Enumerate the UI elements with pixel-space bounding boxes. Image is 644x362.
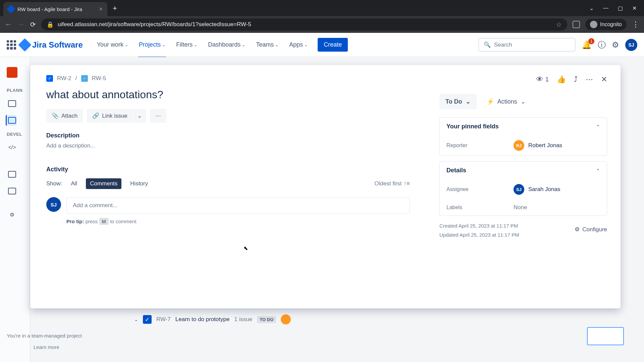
more-menu[interactable]: ⋯ bbox=[586, 75, 593, 84]
sidebar-pages[interactable] bbox=[7, 169, 17, 180]
learn-more-link[interactable]: Learn more bbox=[34, 344, 59, 350]
close-tab-icon[interactable]: × bbox=[99, 6, 103, 13]
help-icon[interactable]: ⓘ bbox=[598, 40, 606, 50]
browser-menu-icon[interactable]: ⋮ bbox=[632, 20, 639, 29]
labels-field[interactable]: Labels None bbox=[440, 199, 607, 216]
bookmark-star-icon[interactable]: ☆ bbox=[556, 20, 562, 28]
task-icon: ✓ bbox=[143, 315, 152, 324]
reporter-field[interactable]: Reporter RJ Robert Jonas bbox=[440, 135, 607, 156]
link-icon: 🔗 bbox=[92, 112, 99, 119]
comment-input[interactable]: Add a comment... bbox=[66, 197, 410, 214]
nav-apps[interactable]: Apps⌄ bbox=[286, 39, 311, 51]
chevron-down-icon: ⌄ bbox=[466, 98, 471, 105]
chevron-down-icon: ⌄ bbox=[521, 98, 526, 105]
notification-badge: 1 bbox=[588, 38, 594, 44]
close-icon: ✕ bbox=[601, 75, 607, 84]
assignee-field[interactable]: Assignee SJ Sarah Jonas bbox=[440, 179, 607, 199]
chevron-up-icon: ⌃ bbox=[596, 168, 600, 173]
maximize-icon[interactable]: ▢ bbox=[618, 5, 623, 11]
bg-epic-count: 1 issue bbox=[234, 316, 252, 323]
attach-button[interactable]: 📎Attach bbox=[46, 109, 83, 123]
configure-button[interactable]: ⚙Configure bbox=[575, 226, 607, 233]
parent-issue-link[interactable]: RW-2 bbox=[57, 75, 71, 82]
settings-icon[interactable]: ⚙ bbox=[612, 40, 619, 50]
issue-title[interactable]: what about annotations? bbox=[46, 88, 410, 101]
tab-history[interactable]: History bbox=[126, 178, 152, 189]
bg-epic-title[interactable]: Learn to do prototype bbox=[175, 316, 230, 323]
address-bar[interactable]: 🔒 uifeed.atlassian.net/jira/software/pro… bbox=[41, 18, 567, 31]
browser-tab[interactable]: RW board - Agile board - Jira × bbox=[3, 2, 107, 16]
ellipsis-icon: ⋯ bbox=[586, 75, 593, 84]
minimize-icon[interactable]: — bbox=[603, 5, 608, 11]
share-button[interactable]: ⤴ bbox=[574, 75, 578, 84]
quickstart-panel[interactable] bbox=[587, 327, 624, 345]
show-label: Show: bbox=[46, 180, 62, 187]
nav-filters[interactable]: Filters⌄ bbox=[173, 39, 201, 51]
subtask-icon: ▫ bbox=[81, 75, 88, 82]
description-input[interactable]: Add a description... bbox=[46, 142, 410, 149]
nav-teams[interactable]: Teams⌄ bbox=[253, 39, 282, 51]
more-actions-button[interactable]: ⋯ bbox=[150, 109, 166, 123]
pro-tip: Pro tip: press M to comment bbox=[66, 219, 410, 224]
new-tab-button[interactable]: + bbox=[113, 4, 117, 13]
tab-all[interactable]: All bbox=[67, 178, 81, 189]
extensions-icon[interactable] bbox=[573, 21, 580, 28]
nav-projects[interactable]: Projects⌄ bbox=[136, 39, 169, 51]
project-avatar[interactable] bbox=[7, 67, 17, 78]
app-switcher-icon[interactable] bbox=[7, 40, 16, 50]
nav-dashboards[interactable]: Dashboards⌄ bbox=[205, 39, 249, 51]
share-icon: ⤴ bbox=[574, 75, 578, 84]
sidebar-code[interactable]: </> bbox=[7, 142, 17, 153]
gear-icon: ⚙ bbox=[575, 226, 580, 233]
watch-button[interactable]: 👁1 bbox=[536, 75, 549, 84]
sort-button[interactable]: Oldest first↑≡ bbox=[374, 180, 410, 187]
tab-search-icon[interactable]: ⌄ bbox=[589, 5, 594, 11]
sidebar-board[interactable] bbox=[6, 115, 16, 126]
bg-epic-row[interactable]: ⌄ ✓ RW-7 Learn to do prototype 1 issue T… bbox=[134, 314, 291, 324]
browser-toolbar: ← → ⟳ 🔒 uifeed.atlassian.net/jira/softwa… bbox=[0, 16, 644, 33]
description-heading: Description bbox=[46, 132, 410, 139]
thumbs-up-icon: 👍 bbox=[557, 75, 566, 84]
bg-epic-assignee[interactable] bbox=[281, 314, 291, 324]
bolt-icon: ⚡ bbox=[487, 98, 494, 105]
incognito-icon bbox=[590, 21, 597, 28]
vote-button[interactable]: 👍 bbox=[557, 75, 566, 84]
incognito-badge[interactable]: Incognito bbox=[585, 19, 627, 30]
link-issue-button[interactable]: 🔗Link issue bbox=[87, 109, 133, 123]
close-modal-button[interactable]: ✕ bbox=[601, 75, 607, 84]
create-button[interactable]: Create bbox=[318, 38, 348, 52]
team-managed-note: You're in a team-managed project bbox=[7, 333, 82, 339]
tab-comments[interactable]: Comments bbox=[86, 178, 121, 189]
notifications-icon[interactable]: 🔔1 bbox=[582, 40, 592, 50]
sidebar-settings[interactable]: ⚙ bbox=[7, 209, 17, 220]
close-window-icon[interactable]: ✕ bbox=[632, 5, 637, 11]
search-icon: 🔍 bbox=[484, 41, 491, 48]
forward-button[interactable]: → bbox=[17, 20, 25, 29]
eye-icon: 👁 bbox=[536, 75, 543, 84]
actions-dropdown[interactable]: ⚡Actions⌄ bbox=[487, 94, 526, 109]
nav-your-work[interactable]: Your work⌄ bbox=[94, 39, 131, 51]
labels-value: None bbox=[514, 204, 527, 211]
current-user-avatar: SJ bbox=[46, 197, 61, 212]
chevron-down-icon[interactable]: ⌄ bbox=[134, 317, 138, 322]
sidebar-shortcut[interactable] bbox=[7, 186, 17, 196]
bg-epic-status[interactable]: TO DO bbox=[257, 316, 276, 323]
sort-icon: ↑≡ bbox=[404, 180, 410, 187]
task-icon: ✓ bbox=[46, 75, 53, 82]
profile-avatar[interactable]: SJ bbox=[625, 39, 637, 51]
bg-epic-key[interactable]: RW-7 bbox=[156, 316, 171, 323]
link-issue-dropdown[interactable]: ⌄ bbox=[133, 109, 146, 123]
pinned-fields-header[interactable]: Your pinned fields ⌃ bbox=[440, 118, 607, 135]
back-button[interactable]: ← bbox=[5, 20, 12, 29]
status-dropdown[interactable]: To Do⌄ bbox=[439, 94, 477, 109]
issue-key-link[interactable]: RW-5 bbox=[92, 75, 106, 82]
tab-title: RW board - Agile board - Jira bbox=[17, 6, 82, 12]
reload-button[interactable]: ⟳ bbox=[30, 20, 36, 28]
sidebar-timeline[interactable] bbox=[7, 98, 17, 109]
assignee-avatar: SJ bbox=[514, 184, 524, 195]
details-header[interactable]: Details ⌃ bbox=[440, 162, 607, 179]
search-input[interactable]: 🔍 Search bbox=[478, 38, 576, 52]
chevron-down-icon: ⌄ bbox=[304, 43, 308, 47]
chevron-down-icon: ⌄ bbox=[137, 112, 142, 119]
jira-logo[interactable]: Jira Software bbox=[20, 40, 83, 50]
